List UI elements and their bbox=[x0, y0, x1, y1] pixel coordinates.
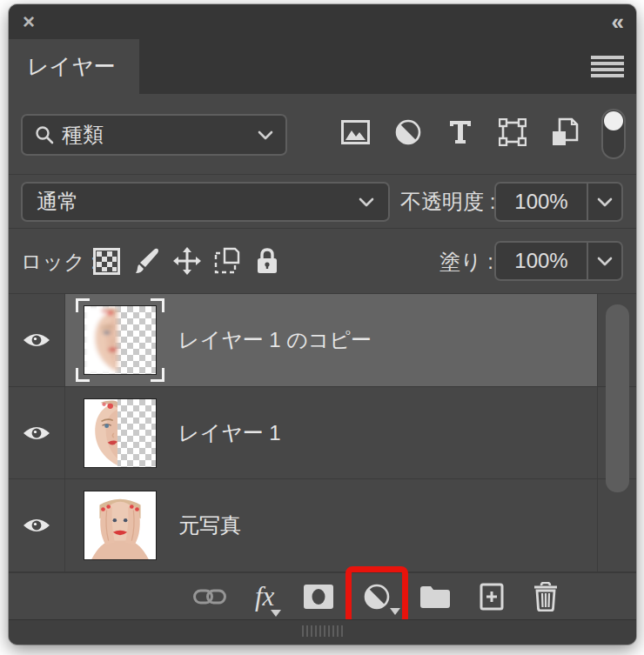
fill-input[interactable]: 100% bbox=[494, 241, 623, 281]
layer-filter-select[interactable]: 種類 bbox=[21, 114, 287, 156]
layer-thumbnail[interactable] bbox=[84, 305, 157, 375]
thumbnail-image bbox=[84, 399, 156, 467]
layers-panel: × « レイヤー 種類 bbox=[9, 4, 636, 645]
new-layer-icon bbox=[480, 583, 504, 611]
visibility-toggle[interactable] bbox=[9, 387, 65, 479]
link-icon bbox=[193, 588, 226, 605]
layer-list: レイヤー 1 のコピー レイヤー 1 bbox=[9, 293, 636, 572]
eye-icon bbox=[22, 331, 51, 350]
artboard-lock-icon[interactable] bbox=[212, 246, 241, 276]
transparency-lock-icon[interactable] bbox=[92, 246, 121, 276]
lock-row: ロック : bbox=[9, 228, 636, 293]
lock-icon-buttons bbox=[92, 246, 281, 276]
thumbnail-image bbox=[84, 491, 156, 559]
tab-layers[interactable]: レイヤー bbox=[9, 39, 139, 94]
new-group-button[interactable] bbox=[419, 579, 451, 614]
fill-value[interactable]: 100% bbox=[496, 249, 587, 273]
layer-name[interactable]: レイヤー 1 bbox=[178, 419, 281, 447]
link-layers-button[interactable] bbox=[193, 579, 226, 614]
toggle-knob bbox=[604, 111, 623, 130]
chevron-down-icon bbox=[258, 130, 273, 140]
position-lock-icon[interactable] bbox=[172, 246, 201, 276]
type-layer-filter-icon[interactable] bbox=[446, 117, 474, 148]
trash-icon bbox=[533, 582, 559, 612]
lock-label: ロック : bbox=[21, 248, 97, 276]
layer-row-original[interactable]: 元写真 bbox=[9, 479, 636, 572]
adjustment-layer-icon bbox=[363, 583, 391, 611]
layer-name[interactable]: 元写真 bbox=[178, 511, 241, 539]
lock-all-icon[interactable] bbox=[252, 246, 281, 276]
fx-icon: fx bbox=[255, 583, 274, 610]
bottom-toolbar: fx bbox=[9, 572, 636, 619]
filter-row: 種類 bbox=[9, 94, 636, 174]
hamburger-icon bbox=[591, 55, 624, 79]
layer-row-copy[interactable]: レイヤー 1 のコピー bbox=[9, 294, 636, 387]
scrollbar-thumb[interactable] bbox=[606, 304, 629, 492]
pixel-layer-filter-icon[interactable] bbox=[341, 117, 370, 148]
fill-dropdown-button[interactable] bbox=[587, 243, 621, 279]
filter-icon-buttons bbox=[341, 117, 579, 148]
layer-name[interactable]: レイヤー 1 のコピー bbox=[178, 326, 372, 354]
folder-icon bbox=[419, 585, 451, 609]
tab-label: レイヤー bbox=[27, 52, 116, 81]
delete-layer-button[interactable] bbox=[533, 579, 559, 614]
tab-bar: レイヤー bbox=[9, 39, 636, 94]
panel-footer bbox=[9, 619, 636, 645]
filter-kind-label: 種類 bbox=[62, 121, 250, 149]
dropdown-triangle-icon bbox=[271, 610, 281, 617]
eye-icon bbox=[22, 516, 51, 535]
search-icon bbox=[35, 125, 54, 144]
collapse-panel-icon[interactable]: « bbox=[612, 13, 622, 31]
panel-header: × « bbox=[9, 4, 636, 39]
new-layer-button[interactable] bbox=[480, 579, 504, 614]
blend-mode-value: 通常 bbox=[37, 188, 359, 216]
thumbnail-image bbox=[84, 306, 156, 374]
layer-row-1[interactable]: レイヤー 1 bbox=[9, 387, 636, 480]
eye-icon bbox=[22, 424, 51, 443]
pixels-lock-icon[interactable] bbox=[132, 246, 161, 276]
shape-layer-filter-icon[interactable] bbox=[498, 117, 527, 148]
add-layer-mask-button[interactable] bbox=[303, 579, 334, 614]
layer-mask-icon bbox=[303, 584, 334, 610]
scrollbar-track[interactable] bbox=[597, 479, 636, 571]
resize-grip[interactable] bbox=[302, 625, 343, 637]
opacity-label: 不透明度 : bbox=[400, 188, 495, 216]
dropdown-triangle-icon bbox=[390, 608, 400, 615]
visibility-toggle[interactable] bbox=[9, 479, 65, 571]
filter-toggle-switch[interactable] bbox=[601, 109, 626, 159]
adjustment-layer-filter-icon[interactable] bbox=[393, 117, 422, 148]
chevron-down-icon bbox=[359, 197, 374, 207]
blend-mode-select[interactable]: 通常 bbox=[21, 182, 390, 222]
blend-row: 通常 不透明度 : 100% bbox=[9, 174, 636, 228]
close-icon[interactable]: × bbox=[23, 11, 35, 32]
layer-thumbnail[interactable] bbox=[84, 491, 157, 560]
panel-menu-button[interactable] bbox=[591, 55, 624, 79]
opacity-input[interactable]: 100% bbox=[494, 182, 623, 222]
visibility-toggle[interactable] bbox=[9, 294, 65, 386]
layer-thumbnail[interactable] bbox=[84, 398, 157, 468]
smart-object-filter-icon[interactable] bbox=[550, 117, 579, 148]
opacity-value[interactable]: 100% bbox=[496, 190, 587, 214]
opacity-dropdown-button[interactable] bbox=[587, 184, 621, 220]
chevron-down-icon bbox=[597, 257, 613, 266]
chevron-down-icon bbox=[597, 197, 613, 207]
layer-effects-button[interactable]: fx bbox=[255, 579, 274, 614]
fill-label: 塗り : bbox=[439, 248, 493, 276]
new-adjustment-layer-button[interactable] bbox=[363, 579, 391, 614]
